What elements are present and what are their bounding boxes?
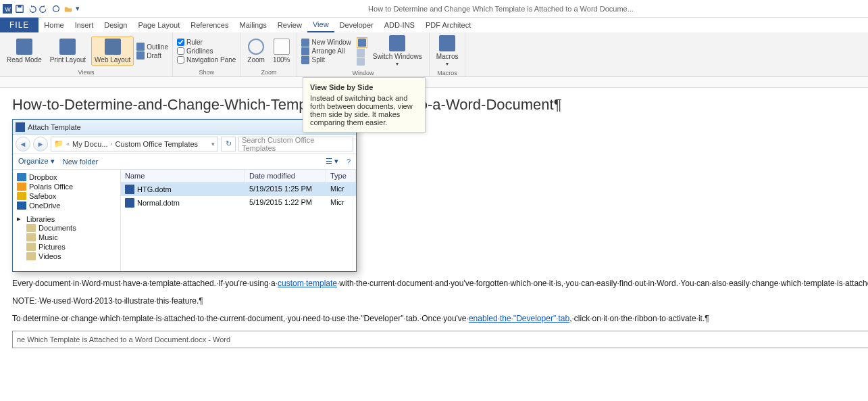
dialog-nav: ◄ ► 📁« My Docu...› Custom Office Templat… (13, 135, 356, 154)
file-icon (125, 198, 134, 208)
ribbon-body-view: Read Mode Print Layout Web Layout Outlin… (0, 32, 868, 77)
group-label-zoom: Zoom (245, 68, 292, 76)
read-mode-button[interactable]: Read Mode (4, 37, 45, 65)
navpane-checkbox[interactable]: Navigation Pane (177, 56, 236, 64)
tab-mailings[interactable]: Mailings (234, 18, 272, 32)
ruler-checkbox[interactable]: Ruler (177, 39, 236, 46)
tooltip-view-side-by-side: View Side by Side Instead of switching b… (303, 77, 426, 133)
tab-page-layout[interactable]: Page Layout (132, 18, 185, 32)
dialog-sidebar: Dropbox Polaris Office Safebox OneDrive … (13, 170, 121, 271)
refresh-button[interactable]: ↻ (221, 137, 236, 151)
search-input[interactable]: Search Custom Office Templates (238, 137, 353, 151)
tab-insert[interactable]: Insert (70, 18, 99, 32)
col-name[interactable]: Name (121, 170, 245, 182)
tab-home[interactable]: Home (39, 18, 69, 32)
zoom-button[interactable]: Zoom (245, 37, 267, 65)
redo-icon[interactable] (39, 4, 49, 14)
tab-view[interactable]: View (307, 18, 334, 32)
undo-icon[interactable] (27, 4, 36, 14)
dialog-toolbar: Organize ▾ New folder ☰ ▾ ? (13, 154, 356, 170)
outline-button[interactable]: Outline (136, 43, 168, 51)
tooltip-body: Instead of switching back and forth betw… (310, 94, 418, 126)
organize-button[interactable]: Organize ▾ (18, 157, 55, 166)
new-window-button[interactable]: New Window (301, 39, 351, 47)
paragraph: To·determine·or·change·which·template·is… (12, 314, 868, 325)
sidebar-item-onedrive[interactable]: OneDrive (17, 201, 116, 210)
col-type[interactable]: Type (326, 170, 356, 182)
macros-button[interactable]: Macros▾ (434, 34, 461, 69)
tab-design[interactable]: Design (99, 18, 132, 32)
file-row[interactable]: Normal.dotm 5/19/2015 1:22 PM Micr (121, 196, 356, 210)
help-icon[interactable]: ? (347, 158, 351, 166)
developer-tab-link[interactable]: enabled·the·"Developer"·tab (469, 314, 569, 323)
group-views: Read Mode Print Layout Web Layout Outlin… (0, 32, 173, 76)
file-row[interactable]: HTG.dotm 5/19/2015 1:25 PM Micr (121, 183, 356, 196)
tab-references[interactable]: References (185, 18, 234, 32)
sidebar-libraries-header[interactable]: ▸Libraries (17, 214, 116, 223)
svg-point-4 (53, 5, 59, 11)
file-list: Name Date modified Type HTG.dotm 5/19/20… (121, 170, 356, 271)
group-macros: Macros▾ Macros (430, 32, 466, 76)
split-button[interactable]: Split (301, 56, 351, 64)
arrange-all-button[interactable]: Arrange All (301, 47, 351, 55)
word-window-left: W ▾ How to Determine and Change Which Te… (0, 0, 868, 401)
doc-heading: How-to-Determine-and-Change-Which-Templa… (12, 96, 868, 114)
titlebar: W ▾ How to Determine and Change Which Te… (0, 0, 868, 18)
save-icon[interactable] (15, 4, 24, 14)
tab-developer[interactable]: Developer (334, 18, 379, 32)
sidebar-item-pictures[interactable]: Pictures (17, 242, 116, 252)
tab-pdf-architect[interactable]: PDF Architect (420, 18, 476, 32)
word-icon (16, 122, 25, 132)
ruler[interactable] (0, 77, 868, 88)
group-label-macros: Macros (434, 69, 461, 76)
touch-icon[interactable] (51, 4, 61, 14)
reset-window-button[interactable] (357, 57, 367, 66)
sidebar-item-safebox[interactable]: Safebox (17, 191, 116, 201)
quick-access-toolbar: W ▾ (3, 4, 85, 14)
sidebar-item-dropbox[interactable]: Dropbox (17, 172, 116, 182)
col-date[interactable]: Date modified (245, 170, 326, 182)
custom-template-link[interactable]: custom·template (278, 279, 337, 288)
forward-button[interactable]: ► (33, 137, 48, 151)
ribbon-tabs: FILE Home Insert Design Page Layout Refe… (0, 18, 868, 32)
sidebar-item-music[interactable]: Music (17, 233, 116, 242)
print-layout-button[interactable]: Print Layout (47, 37, 88, 65)
paragraph: NOTE:·We·used·Word·2013·to·illustrate·th… (12, 296, 868, 307)
attach-template-dialog: Attach Template – ☐ × ◄ ► 📁« My Docu...›… (12, 119, 357, 272)
group-zoom: Zoom 100% Zoom (240, 32, 297, 76)
group-window: New Window Arrange All Split Switch Wind… (297, 32, 429, 76)
customize-icon[interactable]: ▾ (76, 4, 85, 14)
tab-review[interactable]: Review (272, 18, 307, 32)
svg-text:W: W (5, 5, 11, 12)
folder-icon[interactable] (63, 4, 73, 14)
sidebar-item-videos[interactable]: Videos (17, 252, 116, 261)
mini-title: ne Which Template is Attached to a Word … (17, 335, 868, 344)
paragraph: Every·document·in·Word·must·have·a·templ… (12, 279, 868, 289)
dialog-title: Attach Template (28, 123, 310, 131)
document-area[interactable]: How-to-Determine-and-Change-Which-Templa… (0, 88, 868, 401)
group-label-window: Window (301, 69, 424, 76)
breadcrumb[interactable]: 📁« My Docu...› Custom Office Templates ▾ (51, 137, 218, 151)
back-button[interactable]: ◄ (16, 137, 30, 151)
sidebar-item-documents[interactable]: Documents (17, 223, 116, 233)
svg-rect-3 (18, 5, 21, 7)
gridlines-checkbox[interactable]: Gridlines (177, 47, 236, 55)
group-show: Ruler Gridlines Navigation Pane Show (173, 32, 240, 76)
embedded-window-strip: ne Which Template is Attached to a Word … (12, 331, 868, 348)
group-label-show: Show (177, 68, 236, 76)
tab-addins[interactable]: ADD-INS (379, 18, 420, 32)
sidebar-item-polaris[interactable]: Polaris Office (17, 182, 116, 191)
view-side-by-side-button[interactable] (357, 37, 367, 48)
file-tab[interactable]: FILE (0, 18, 39, 32)
window-title: How to Determine and Change Which Templa… (92, 5, 868, 13)
draft-button[interactable]: Draft (136, 51, 168, 60)
zoom-100-button[interactable]: 100% (270, 37, 293, 65)
file-icon (125, 185, 134, 194)
view-options-icon[interactable]: ☰ ▾ (326, 157, 338, 166)
new-folder-button[interactable]: New folder (63, 158, 99, 166)
sync-scroll-button[interactable] (357, 49, 367, 57)
group-label-views: Views (4, 68, 168, 76)
switch-windows-button[interactable]: Switch Windows▾ (370, 34, 425, 69)
web-layout-button[interactable]: Web Layout (91, 37, 134, 66)
tooltip-title: View Side by Side (310, 83, 418, 91)
